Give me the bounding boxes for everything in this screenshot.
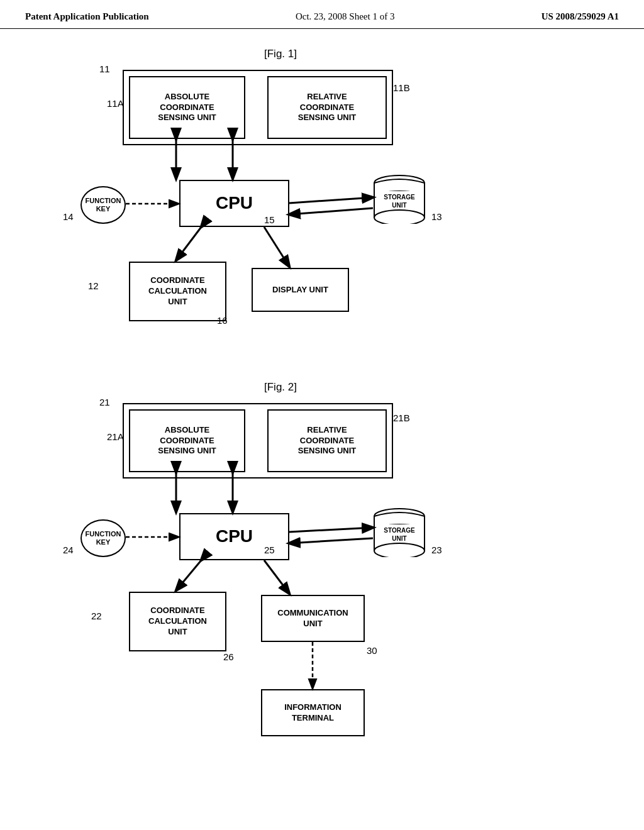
fig1-display-box: DISPLAY UNIT (252, 268, 349, 312)
svg-line-20 (176, 560, 201, 590)
fig1-storage-cylinder: STORAGE UNIT (371, 174, 428, 224)
fig1-label: [Fig. 1] (264, 48, 297, 60)
svg-line-17 (289, 528, 373, 532)
svg-line-10 (289, 197, 373, 203)
fig2-ref-24: 24 (63, 545, 74, 555)
diagram-content: [Fig. 1] ABSOLUTE COORDINATE SENSING UNI… (0, 29, 644, 824)
svg-line-18 (289, 538, 373, 543)
fig2-info-terminal-box: INFORMATION TERMINAL (261, 689, 365, 736)
fig1-ref-13: 13 (431, 211, 442, 222)
svg-line-13 (176, 227, 201, 260)
fig2-ref-21b: 21B (393, 412, 410, 423)
svg-line-14 (264, 227, 289, 267)
fig1-ref-12: 12 (88, 280, 99, 291)
page-header: Patent Application Publication Oct. 23, … (0, 0, 644, 29)
fig2-coord-calc-box: COORDINATE CALCULATION UNIT (129, 592, 226, 651)
fig1-func-key-circle: FUNCTION KEY (80, 186, 126, 224)
svg-point-6 (374, 543, 425, 557)
fig1-abs-sensing-box: ABSOLUTE COORDINATE SENSING UNIT (129, 76, 245, 139)
fig2-ref-21a: 21A (107, 431, 124, 442)
fig2-comm-unit-box: COMMUNICATION UNIT (261, 595, 365, 642)
header-left: Patent Application Publication (25, 11, 149, 22)
svg-point-2 (374, 210, 425, 224)
svg-rect-3 (375, 183, 424, 191)
header-center: Oct. 23, 2008 Sheet 1 of 3 (296, 11, 394, 22)
fig2-ref-21: 21 (99, 397, 110, 407)
fig2-ref-23: 23 (431, 545, 442, 555)
svg-line-21 (264, 560, 289, 594)
fig1-ref-14: 14 (63, 211, 74, 222)
fig1-ref-16: 16 (217, 315, 228, 326)
fig2-rel-sensing-box: RELATIVE COORDINATE SENSING UNIT (267, 409, 387, 472)
fig1-ref-15: 15 (264, 214, 275, 225)
fig2-ref-25: 25 (264, 545, 275, 555)
fig1-ref-11a: 11A (107, 98, 124, 109)
fig2-storage-cylinder: STORAGE UNIT (371, 507, 428, 557)
header-right: US 2008/259029 A1 (541, 11, 619, 22)
fig2-ref-30: 30 (367, 645, 377, 656)
fig2-func-key-circle: FUNCTION KEY (80, 519, 126, 557)
fig1-ref-11b: 11B (393, 82, 410, 93)
fig1-coord-calc-box: COORDINATE CALCULATION UNIT (129, 262, 226, 321)
fig2-ref-26: 26 (223, 651, 234, 662)
fig2-ref-22: 22 (91, 611, 102, 621)
svg-line-11 (289, 208, 373, 214)
fig1-ref-11: 11 (99, 64, 110, 74)
fig2-label: [Fig. 2] (264, 381, 297, 394)
fig2-abs-sensing-box: ABSOLUTE COORDINATE SENSING UNIT (129, 409, 245, 472)
fig1-rel-sensing-box: RELATIVE COORDINATE SENSING UNIT (267, 76, 387, 139)
svg-rect-7 (375, 516, 424, 524)
